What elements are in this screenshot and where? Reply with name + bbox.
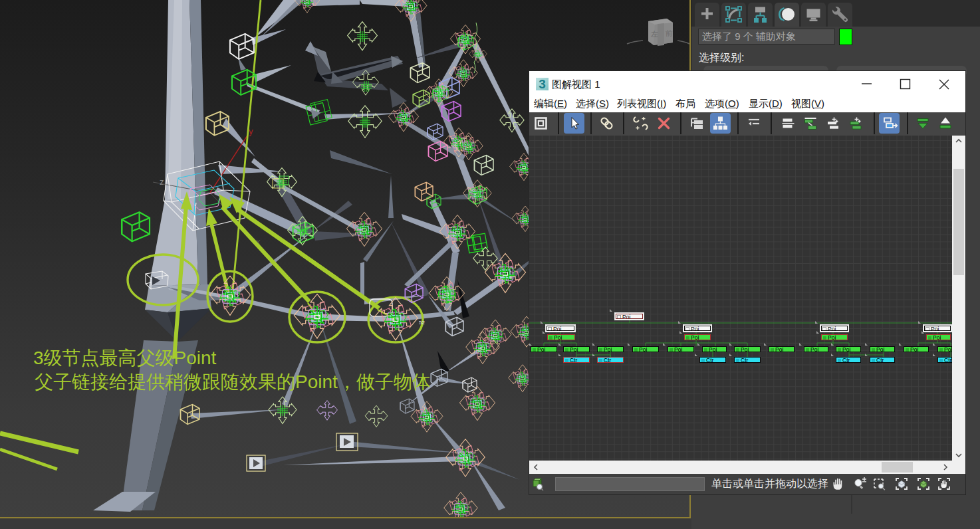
svg-text:3级节点最高父级Point: 3级节点最高父级Point — [33, 348, 217, 368]
svg-text:e: e — [509, 274, 513, 280]
svg-text:父子链接给提供稍微跟随效果的Point，做子物体: 父子链接给提供稍微跟随效果的Point，做子物体 — [35, 371, 431, 392]
svg-text:52: 52 — [419, 320, 425, 326]
svg-text:左: 左 — [651, 30, 658, 38]
svg-text:y: y — [249, 126, 253, 136]
svg-text:z: z — [160, 177, 164, 187]
svg-text:3: 3 — [539, 77, 546, 91]
svg-text:前: 前 — [665, 29, 673, 37]
